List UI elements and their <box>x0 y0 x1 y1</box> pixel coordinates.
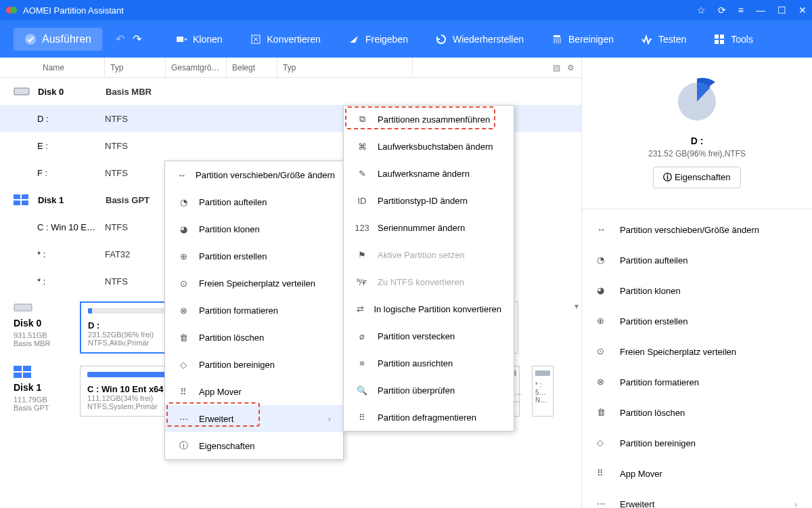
ctx-item[interactable]: ⚑Aktive Partition setzen <box>344 241 514 268</box>
ctx-icon: ↔ <box>177 169 186 181</box>
svg-rect-6 <box>715 35 719 39</box>
ctx-item[interactable]: ⇄In logische Partition konvertieren <box>344 295 514 322</box>
ctx-item[interactable]: ⠿Partition defragmentieren <box>344 404 514 431</box>
ctx-item[interactable]: ↔Partition verschieben/Größe ändern <box>165 161 343 188</box>
disk-icon <box>14 366 32 378</box>
svg-rect-14 <box>22 200 28 205</box>
clone-icon <box>175 33 187 45</box>
maximize-icon[interactable]: ☐ <box>777 5 786 16</box>
view-settings-icon[interactable]: ⚙ <box>567 63 574 72</box>
ctx-item[interactable]: ≡Partition ausrichten <box>344 350 514 377</box>
side-action[interactable]: ⋯Erweitert› <box>582 489 812 508</box>
ctx-icon: ⠿ <box>356 411 368 423</box>
svg-rect-19 <box>23 373 31 378</box>
side-action[interactable]: ⊗Partition formatieren <box>582 367 812 398</box>
ctx-item[interactable]: ◕Partition klonen <box>165 215 343 242</box>
ctx-icon: ⚑ <box>356 249 368 261</box>
svg-rect-9 <box>720 40 724 44</box>
tool-convert[interactable]: Konvertieren <box>236 33 334 45</box>
view-list-icon[interactable]: ▤ <box>553 63 560 72</box>
scroll-down-icon[interactable]: ▾ <box>574 301 579 311</box>
clean-icon <box>551 33 563 45</box>
ctx-item[interactable]: 🗑Partition löschen <box>165 324 343 351</box>
disk-icon <box>14 194 30 205</box>
action-icon: ⋯ <box>597 499 609 509</box>
table-header: Name Typ Gesamtgrö… Belegt Typ ▤⚙ <box>0 58 581 78</box>
ctx-item[interactable]: IDPartitionstyp-ID ändern <box>344 187 514 214</box>
test-icon <box>641 33 653 45</box>
side-action[interactable]: 🗑Partition löschen <box>582 398 812 428</box>
ctx-icon: ID <box>356 194 368 207</box>
svg-rect-10 <box>14 88 29 95</box>
svg-rect-12 <box>22 194 28 199</box>
col-size[interactable]: Gesamtgrö… <box>166 58 227 77</box>
col-typ2[interactable]: Typ <box>277 58 413 77</box>
ctx-item[interactable]: ◇Partition bereinigen <box>165 351 343 378</box>
svg-point-2 <box>25 34 36 45</box>
tool-tools[interactable]: Tools <box>700 33 767 45</box>
col-typ[interactable]: Typ <box>105 58 166 77</box>
recover-icon <box>435 33 447 45</box>
ctx-item[interactable]: ✎Laufwerksname ändern <box>344 160 514 187</box>
col-name[interactable]: Name <box>37 58 105 77</box>
ctx-icon: ⠿ <box>177 385 189 398</box>
selected-partition-sub: 231.52 GB(96% frei),NTFS <box>582 149 812 158</box>
ctx-item[interactable]: ⧉Partitionen zusammenführen <box>344 106 514 133</box>
ctx-icon: ⊙ <box>177 277 189 289</box>
side-action[interactable]: ⊕Partition erstellen <box>582 306 812 337</box>
side-action[interactable]: ◇Partition bereinigen <box>582 428 812 459</box>
side-action[interactable]: ↔Partition verschieben/Größe ändern <box>582 215 812 245</box>
ctx-item[interactable]: ⊙Freien Speicherplatz verteilen <box>165 270 343 297</box>
ctx-icon: 🗑 <box>177 331 189 343</box>
tool-recover[interactable]: Wiederherstellen <box>422 33 537 45</box>
tool-clone[interactable]: Klonen <box>162 33 236 45</box>
ctx-icon: ⓘ <box>177 440 189 452</box>
ctx-icon: ⇄ <box>356 303 364 315</box>
app-title: AOMEI Partition Assistant <box>23 5 697 16</box>
action-icon: ◔ <box>597 255 609 267</box>
tool-release[interactable]: Freigeben <box>334 33 422 45</box>
tool-clean[interactable]: Bereinigen <box>537 33 627 45</box>
side-action[interactable]: ⠿App Mover <box>582 459 812 489</box>
star-icon[interactable]: ☆ <box>697 5 706 16</box>
close-icon[interactable]: ✕ <box>798 5 807 16</box>
disk-row[interactable]: Disk 0Basis MBR <box>0 78 581 105</box>
ctx-item[interactable]: ⌘Laufwerksbuchstaben ändern <box>344 133 514 160</box>
execute-button[interactable]: Ausführen <box>14 28 102 51</box>
ctx-item[interactable]: ⋯Erweitert› <box>165 405 343 432</box>
ctx-icon: 123 <box>356 221 368 234</box>
ctx-icon: ⊕ <box>177 250 189 262</box>
side-action[interactable]: ⊙Freien Speicherplatz verteilen <box>582 337 812 367</box>
ctx-item[interactable]: ⓘEigenschaften <box>165 432 343 459</box>
svg-rect-15 <box>14 304 32 311</box>
partition-small[interactable]: * : 5… N… <box>532 366 554 417</box>
col-used[interactable]: Belegt <box>227 58 277 77</box>
svg-rect-16 <box>14 366 22 371</box>
ctx-item[interactable]: 🔍Partition überprüfen <box>344 377 514 404</box>
ctx-item[interactable]: ⠿App Mover <box>165 378 343 405</box>
minimize-icon[interactable]: — <box>756 5 765 16</box>
ctx-item[interactable]: ᴺ⁄ғZu NTFS konvertieren <box>344 268 514 295</box>
ctx-item[interactable]: 123Seriennummer ändern <box>344 214 514 241</box>
svg-rect-8 <box>715 40 719 44</box>
titlebar: AOMEI Partition Assistant ☆ ⟳ ≡ — ☐ ✕ <box>0 0 812 20</box>
ctx-item[interactable]: ⌀Partition verstecken <box>344 322 514 350</box>
svg-rect-7 <box>720 35 724 39</box>
side-panel: D : 231.52 GB(96% frei),NTFS ⓘ Eigenscha… <box>582 58 812 508</box>
redo-icon[interactable]: ↷ <box>133 33 141 45</box>
context-menu-primary: ↔Partition verschieben/Größe ändern◔Part… <box>164 161 344 460</box>
ctx-item[interactable]: ◔Partition aufteilen <box>165 188 343 215</box>
ctx-item[interactable]: ⊕Partition erstellen <box>165 242 343 270</box>
side-action[interactable]: ◕Partition klonen <box>582 276 812 306</box>
action-icon: ⊕ <box>597 316 609 328</box>
side-action[interactable]: ◔Partition aufteilen <box>582 245 812 276</box>
refresh-icon[interactable]: ⟳ <box>718 5 726 16</box>
svg-rect-18 <box>14 373 22 378</box>
ctx-item[interactable]: ⊗Partition formatieren <box>165 297 343 324</box>
ctx-icon: ⧉ <box>356 113 368 125</box>
properties-button[interactable]: ⓘ Eigenschaften <box>653 167 740 188</box>
tool-test[interactable]: Testen <box>627 33 700 45</box>
menu-icon[interactable]: ≡ <box>738 5 744 16</box>
undo-icon[interactable]: ↶ <box>116 33 125 45</box>
action-icon: ⊙ <box>597 346 609 358</box>
